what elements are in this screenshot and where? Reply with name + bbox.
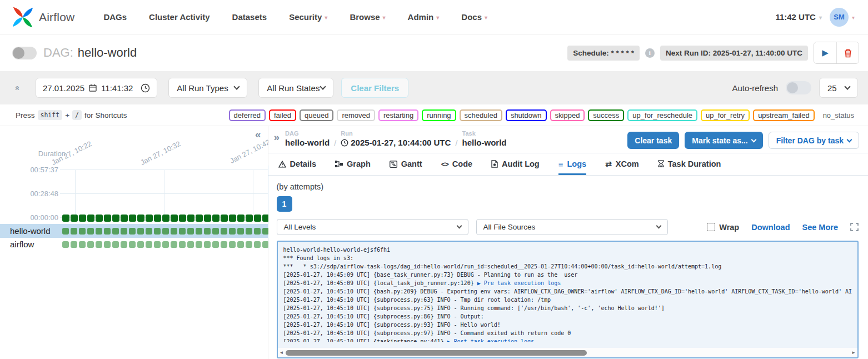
task-instance-square[interactable]	[212, 228, 219, 235]
dag-run-square[interactable]	[71, 215, 78, 222]
task-instance-square[interactable]	[196, 228, 202, 235]
task-instance-square[interactable]	[129, 241, 136, 248]
wrap-checkbox-input[interactable]	[707, 223, 715, 231]
task-instance-square[interactable]	[137, 241, 144, 248]
trigger-dag-button[interactable]: ▶	[814, 42, 836, 63]
mark-state-button[interactable]: Mark state as...	[685, 132, 762, 149]
file-sources-select[interactable]: All File Sources	[476, 219, 668, 235]
dag-run-square[interactable]	[96, 215, 103, 222]
task-instance-square[interactable]	[246, 241, 252, 248]
task-instance-square[interactable]	[87, 241, 94, 248]
dag-run-square[interactable]	[162, 215, 169, 222]
dag-run-square[interactable]	[229, 215, 236, 222]
legend-removed[interactable]: removed	[337, 109, 375, 121]
task-instance-square[interactable]	[121, 241, 127, 248]
tab-task-duration[interactable]: Task Duration	[658, 153, 721, 175]
task-instance-square[interactable]	[112, 228, 119, 235]
filter-dag-by-task-button[interactable]: Filter DAG by task	[769, 132, 859, 149]
scroll-right-icon[interactable]: ►	[850, 350, 857, 355]
dag-run-square[interactable]	[121, 215, 128, 222]
dag-run-square[interactable]	[104, 215, 111, 222]
legend-shutdown[interactable]: shutdown	[506, 109, 547, 121]
wrap-checkbox[interactable]: Wrap	[707, 223, 739, 232]
task-instance-square[interactable]	[237, 228, 244, 235]
task-instance-square[interactable]	[79, 228, 86, 235]
legend-up_for_reschedule[interactable]: up_for_reschedule	[627, 109, 697, 121]
collapse-panel-icon[interactable]: «	[255, 128, 261, 141]
log-levels-select[interactable]: All Levels	[277, 219, 468, 235]
task-instance-square[interactable]	[104, 228, 111, 235]
legend-up_for_retry[interactable]: up_for_retry	[701, 109, 750, 121]
airflow-brand[interactable]: Airflow	[11, 6, 74, 29]
task-instance-square[interactable]	[204, 241, 211, 248]
nav-item-dags[interactable]: DAGs	[103, 12, 127, 22]
dag-run-square[interactable]	[187, 215, 194, 222]
task-instance-square[interactable]	[79, 241, 86, 248]
task-row-hello-world[interactable]: hello-world	[0, 224, 268, 238]
dag-run-square[interactable]	[196, 215, 203, 222]
nav-item-security[interactable]: Security▾	[289, 12, 327, 22]
task-instance-square[interactable]	[212, 241, 219, 248]
dag-run-square[interactable]	[137, 215, 144, 222]
task-instance-square[interactable]	[254, 228, 261, 235]
tab-graph[interactable]: Graph	[335, 153, 371, 175]
task-instance-square[interactable]	[154, 241, 161, 248]
task-instance-square[interactable]	[179, 228, 186, 235]
nav-item-docs[interactable]: Docs▾	[461, 12, 487, 22]
dag-run-square[interactable]	[87, 215, 94, 222]
see-more-button[interactable]: See More	[802, 223, 838, 232]
download-log-button[interactable]: Download	[751, 223, 790, 232]
task-instance-square[interactable]	[96, 241, 102, 248]
dag-run-square[interactable]	[246, 215, 253, 222]
tab-code[interactable]: <> Code	[441, 153, 472, 175]
legend-deferred[interactable]: deferred	[229, 109, 266, 121]
dag-run-square[interactable]	[171, 215, 178, 222]
task-instance-square[interactable]	[254, 241, 261, 248]
task-instance-square[interactable]	[62, 241, 69, 248]
dag-run-square[interactable]	[79, 215, 86, 222]
legend-skipped[interactable]: skipped	[550, 109, 585, 121]
task-instance-square[interactable]	[154, 228, 161, 235]
nav-item-admin[interactable]: Admin▾	[408, 12, 440, 22]
task-instance-square[interactable]	[171, 228, 177, 235]
dag-run-square[interactable]	[112, 215, 119, 222]
breadcrumb-task[interactable]: Task hello-world	[462, 130, 507, 148]
task-instance-square[interactable]	[171, 241, 177, 248]
page-size-select[interactable]: 25	[819, 78, 858, 98]
task-instance-square[interactable]	[229, 228, 236, 235]
dag-run-square[interactable]	[212, 215, 220, 222]
nav-item-browse[interactable]: Browse▾	[350, 12, 385, 22]
dag-pause-toggle[interactable]	[12, 47, 37, 59]
expand-panel-icon[interactable]: »	[274, 131, 280, 143]
task-instance-square[interactable]	[71, 241, 77, 248]
task-instance-square[interactable]	[237, 241, 244, 248]
dag-run-square[interactable]	[179, 215, 186, 222]
log-group-toggle[interactable]: ▶ Pre task execution logs	[477, 280, 561, 286]
clear-filters-button[interactable]: Clear Filters	[341, 78, 408, 98]
legend-running[interactable]: running	[422, 109, 456, 121]
task-instance-square[interactable]	[112, 241, 119, 248]
tab-audit-log[interactable]: Audit Log	[491, 153, 540, 175]
collapse-filters-icon[interactable]: «	[13, 70, 23, 106]
task-instance-square[interactable]	[104, 241, 111, 248]
dag-run-square[interactable]	[146, 215, 153, 222]
dag-run-square[interactable]	[204, 215, 211, 222]
task-instance-square[interactable]	[87, 228, 94, 235]
log-viewer[interactable]: hello-world-hello-world-ejsf6fhi*** Foun…	[277, 241, 859, 358]
timezone-selector[interactable]: 11:42 UTC ▾	[775, 12, 822, 22]
log-group-toggle[interactable]: ▶ Post task execution logs	[447, 338, 535, 342]
run-types-select[interactable]: All Run Types	[168, 78, 247, 98]
task-instance-square[interactable]	[146, 241, 152, 248]
attempt-1-button[interactable]: 1	[277, 196, 292, 212]
task-instance-square[interactable]	[96, 228, 102, 235]
dag-run-square[interactable]	[62, 215, 69, 222]
task-instance-square[interactable]	[246, 228, 252, 235]
auto-refresh-toggle[interactable]	[786, 81, 811, 94]
task-instance-square[interactable]	[196, 241, 202, 248]
tab-details[interactable]: Details	[278, 153, 317, 175]
run-states-select[interactable]: All Run States	[258, 78, 333, 98]
task-instance-square[interactable]	[221, 228, 227, 235]
task-instance-square[interactable]	[129, 228, 136, 235]
legend-success[interactable]: success	[588, 109, 624, 121]
task-instance-square[interactable]	[162, 241, 169, 248]
